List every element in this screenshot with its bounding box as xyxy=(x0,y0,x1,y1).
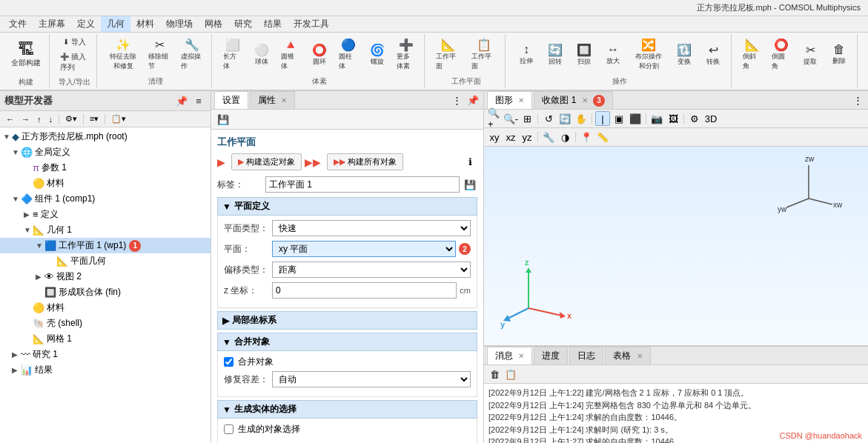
tree-item-results[interactable]: ▶ 📊 结果 xyxy=(0,362,211,378)
view-yz-icon[interactable]: yz xyxy=(520,130,534,144)
tab-graphic[interactable]: 图形 ✕ xyxy=(487,91,532,109)
tree-item-wp1[interactable]: ▼ 🟦 工作平面 1 (wp1) 1 xyxy=(0,238,211,253)
box-button[interactable]: ⬜ 长方体 xyxy=(219,36,246,73)
offset-type-select[interactable]: 距离 坐标 xyxy=(272,262,471,278)
clear-messages-icon[interactable]: 🗑 xyxy=(487,367,502,382)
virtual-ops-button[interactable]: 🔧 虚拟操作 xyxy=(177,36,207,73)
convergence-tab-close[interactable]: ✕ xyxy=(582,96,588,104)
tree-down-button[interactable]: ↓ xyxy=(46,113,56,125)
sphere-button[interactable]: ⚪ 球体 xyxy=(248,41,275,69)
tab-messages[interactable]: 消息 ✕ xyxy=(487,347,532,364)
rotate-icon[interactable]: 🔄 xyxy=(557,111,572,126)
chamfer-button[interactable]: 📐 倒斜角 xyxy=(739,36,766,73)
menu-results[interactable]: 结果 xyxy=(258,16,288,32)
plane-definition-header[interactable]: ▼ 平面定义 xyxy=(217,197,477,216)
boolean-button[interactable]: 🔀 布尔操作和分割 xyxy=(629,36,669,73)
tree-item-mesh1[interactable]: 📐 网格 1 xyxy=(0,331,211,347)
sweep-button[interactable]: 🔲 扫掠 xyxy=(571,41,597,69)
remove-detail-button[interactable]: ✂ 移除细节 xyxy=(145,36,174,73)
tree-expand-button[interactable]: ≡▾ xyxy=(87,113,102,125)
merge-objects-header[interactable]: ▼ 合并对象 xyxy=(217,333,477,351)
plane-select[interactable]: xy 平面 xz 平面 yz 平面 xyxy=(272,241,456,257)
insert-sequence-button[interactable]: ➕ 插入序列 xyxy=(57,50,92,74)
torus-button[interactable]: ⭕ 圆环 xyxy=(306,41,333,69)
messages-tab-close[interactable]: ✕ xyxy=(518,352,524,360)
gen-sel-checkbox[interactable] xyxy=(224,424,233,434)
helix-button[interactable]: 🌀 螺旋 xyxy=(364,41,391,69)
graphic-menu-icon[interactable]: ⋮ xyxy=(850,93,865,107)
tree-add-button[interactable]: ⚙▾ xyxy=(62,113,80,125)
convert-button[interactable]: ↩ 转换 xyxy=(700,41,726,69)
revolve-button[interactable]: 🔄 回转 xyxy=(542,41,569,69)
menu-physics[interactable]: 物理场 xyxy=(160,16,199,32)
z-coord-input[interactable] xyxy=(272,282,457,299)
menu-home[interactable]: 主屏幕 xyxy=(33,16,71,32)
menu-file[interactable]: 文件 xyxy=(3,16,33,32)
center-save-icon[interactable]: 💾 xyxy=(216,112,231,127)
label-save-icon[interactable]: 💾 xyxy=(463,177,477,192)
graphic-tab-close[interactable]: ✕ xyxy=(518,96,524,104)
cylinder-button[interactable]: 🔵 圆柱体 xyxy=(335,36,362,73)
build-all-button[interactable]: 🏗 全部构建 xyxy=(7,36,44,74)
tree-item-define[interactable]: ▶ ≡ 定义 xyxy=(0,207,211,222)
measure-icon[interactable]: 📏 xyxy=(595,130,610,144)
settings-info-icon[interactable]: ℹ xyxy=(463,155,477,170)
screenshot-icon[interactable]: 🖼 xyxy=(666,111,680,126)
tree-item-comp1[interactable]: ▼ 🔷 组件 1 (comp1) xyxy=(0,191,211,207)
extract-button[interactable]: ✂ 提取 xyxy=(797,41,824,69)
workplane-button1[interactable]: 📐 工作平面 xyxy=(432,36,465,73)
build-all-objects-button[interactable]: ▶▶ 构建所有对象 xyxy=(327,153,403,170)
probe-icon[interactable]: 📍 xyxy=(579,130,594,144)
tree-back-button[interactable]: ← xyxy=(3,113,17,125)
zoom-out-icon[interactable]: 🔍- xyxy=(503,111,518,126)
transform-button[interactable]: 🔃 变换 xyxy=(671,41,698,69)
tree-item-materials-comp[interactable]: 🟡 材料 xyxy=(0,300,211,316)
zoom-in-icon[interactable]: 🔍+ xyxy=(487,111,502,126)
tree-item-materials-global[interactable]: 🟡 材料 xyxy=(0,176,211,191)
tab-log[interactable]: 日志 xyxy=(569,347,603,364)
center-panel-pin-icon[interactable]: 📌 xyxy=(466,93,480,107)
tree-view-button[interactable]: 📋▾ xyxy=(108,113,129,125)
center-panel-menu-icon[interactable]: ⋮ xyxy=(449,93,464,107)
tab-attributes[interactable]: 属性 ✕ xyxy=(250,91,295,109)
repair-tol-select[interactable]: 自动 手动 xyxy=(272,371,471,387)
tree-item-geo1[interactable]: ▼ 📐 几何 1 xyxy=(0,222,211,238)
reset-view-icon[interactable]: ↺ xyxy=(541,111,556,126)
menu-mesh[interactable]: 网格 xyxy=(199,16,228,32)
select-icon[interactable]: | xyxy=(595,111,610,126)
graphic-view3d-icon[interactable]: 3D xyxy=(703,111,718,126)
tree-item-params[interactable]: π 参数 1 xyxy=(0,160,211,176)
tab-attributes-close[interactable]: ✕ xyxy=(281,96,287,104)
wireframe-icon[interactable]: ▣ xyxy=(612,111,626,126)
merge-checkbox[interactable] xyxy=(224,357,233,367)
camera-icon[interactable]: 📷 xyxy=(649,111,664,126)
import-button[interactable]: ⬇ 导入 xyxy=(60,36,89,49)
gen-selection-header[interactable]: ▼ 生成实体的选择 xyxy=(217,400,477,419)
panel-menu-icon[interactable]: ≡ xyxy=(191,93,206,108)
tree-item-study1[interactable]: ▶ 〰 研究 1 xyxy=(0,347,211,362)
zoom-extent-icon[interactable]: ⊞ xyxy=(520,111,534,126)
workplane-button2[interactable]: 📋 工作平面 xyxy=(468,36,500,73)
graphic-settings-icon[interactable]: ⚙ xyxy=(687,111,702,126)
tree-up-button[interactable]: ↑ xyxy=(34,113,44,125)
surface-icon[interactable]: ⬛ xyxy=(628,111,643,126)
pan-icon[interactable]: ✋ xyxy=(574,111,589,126)
tab-progress[interactable]: 进度 xyxy=(534,347,568,364)
fillet-button[interactable]: ⭕ 倒圆角 xyxy=(768,36,795,73)
view-xy-icon[interactable]: xy xyxy=(487,130,502,144)
menu-material[interactable]: 材料 xyxy=(130,16,160,32)
menu-geometry[interactable]: 几何 xyxy=(101,16,130,32)
scene-settings-icon[interactable]: 🔧 xyxy=(541,130,556,144)
tab-convergence[interactable]: 收敛图 1 ✕ 3 xyxy=(534,91,613,109)
tree-item-fin[interactable]: 🔲 形成联合体 (fin) xyxy=(0,284,211,300)
cone-button[interactable]: 🔺 圆锥体 xyxy=(277,36,304,73)
more-primitives-button[interactable]: ➕ 更多体素 xyxy=(393,36,420,73)
delete-button[interactable]: 🗑 删除 xyxy=(826,41,852,68)
tab-table[interactable]: 表格 ✕ xyxy=(605,347,650,364)
view-xz-icon[interactable]: xz xyxy=(503,130,518,144)
menu-devtools[interactable]: 开发工具 xyxy=(288,16,335,32)
extrude-button[interactable]: ↕ 拉伸 xyxy=(513,41,540,68)
table-tab-close[interactable]: ✕ xyxy=(637,352,643,360)
tree-item-plane-geo[interactable]: 📐 平面几何 xyxy=(0,253,211,269)
transparency-icon[interactable]: ◑ xyxy=(557,130,572,144)
